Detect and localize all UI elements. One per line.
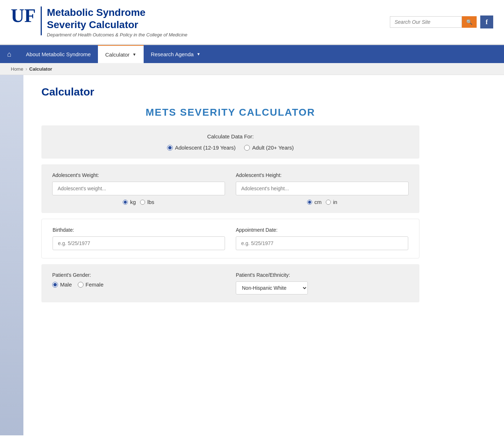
page-heading: Calculator	[41, 86, 419, 98]
in-radio[interactable]	[326, 200, 331, 205]
female-option[interactable]: Female	[78, 281, 104, 288]
birthdate-label: Birthdate:	[53, 227, 225, 233]
adolescent-option[interactable]: Adolescent (12-19 Years)	[167, 145, 235, 151]
header-left: UF Metabolic Syndrome Severity Calculato…	[11, 6, 188, 37]
page-layout: Calculator METS SEVERITY CALCULATOR Calc…	[0, 75, 504, 435]
date-section: Birthdate: Appointment Date:	[41, 219, 419, 258]
logo-divider	[41, 6, 42, 35]
lbs-label: lbs	[147, 199, 154, 205]
lbs-radio[interactable]	[140, 200, 145, 205]
header-title-block: Metabolic Syndrome Severity Calculator D…	[47, 6, 187, 37]
nav-bar: ⌂ About Metabolic Syndrome Calculator ▼ …	[0, 45, 504, 63]
chevron-down-icon-2: ▼	[197, 52, 201, 56]
height-col: Adolescent's Height: cm in	[236, 172, 409, 205]
search-box[interactable]: 🔍	[390, 16, 477, 28]
cm-radio[interactable]	[307, 200, 312, 205]
appointment-label: Appointment Date:	[236, 227, 408, 233]
breadcrumb-separator: ›	[26, 66, 27, 72]
in-label: in	[333, 199, 337, 205]
chevron-down-icon: ▼	[132, 52, 136, 57]
lbs-option[interactable]: lbs	[140, 199, 154, 205]
appointment-input[interactable]	[236, 236, 408, 250]
nav-about-label: About Metabolic Syndrome	[26, 51, 91, 57]
male-radio[interactable]	[52, 282, 58, 288]
race-select[interactable]: Non-Hispanic White Non-Hispanic Black Hi…	[236, 281, 308, 294]
kg-option[interactable]: kg	[123, 199, 136, 205]
weight-height-grid: Adolescent's Weight: kg lbs A	[52, 172, 409, 205]
weight-label: Adolescent's Weight:	[52, 172, 225, 178]
appointment-col: Appointment Date:	[236, 227, 408, 250]
uf-logo: UF Metabolic Syndrome Severity Calculato…	[11, 6, 188, 37]
site-subtitle: Department of Health Outcomes & Policy i…	[47, 32, 187, 37]
nav-calculator-label: Calculator	[105, 52, 130, 58]
height-unit-group: cm in	[236, 199, 409, 205]
site-title: Metabolic Syndrome Severity Calculator	[47, 6, 187, 31]
female-label: Female	[86, 281, 104, 288]
adolescent-radio[interactable]	[167, 145, 173, 151]
facebook-icon[interactable]: f	[480, 15, 493, 28]
calculator-title: METS SEVERITY CALCULATOR	[41, 107, 419, 118]
adult-option[interactable]: Adult (20+ Years)	[244, 145, 294, 151]
gender-race-section: Patient's Gender: Male Female Patient's	[41, 264, 419, 302]
kg-label: kg	[130, 199, 136, 205]
weight-unit-group: kg lbs	[52, 199, 225, 205]
site-header: UF Metabolic Syndrome Severity Calculato…	[0, 0, 504, 45]
nav-calculator[interactable]: Calculator ▼	[98, 45, 143, 63]
weight-input[interactable]	[52, 182, 225, 195]
search-input[interactable]	[390, 16, 462, 28]
gender-race-grid: Patient's Gender: Male Female Patient's	[52, 272, 409, 294]
race-col: Patient's Race/Ethnicity: Non-Hispanic W…	[236, 272, 409, 294]
adolescent-label: Adolescent (12-19 Years)	[175, 145, 235, 151]
breadcrumb: Home › Calculator	[0, 63, 504, 75]
cm-option[interactable]: cm	[307, 199, 321, 205]
adult-label: Adult (20+ Years)	[252, 145, 294, 151]
cm-label: cm	[314, 199, 321, 205]
breadcrumb-home[interactable]: Home	[11, 66, 23, 72]
age-selection-section: Calculate Data For: Adolescent (12-19 Ye…	[41, 125, 419, 159]
gender-label: Patient's Gender:	[52, 272, 225, 278]
birthdate-input[interactable]	[53, 236, 225, 250]
gender-radio-group: Male Female	[52, 281, 225, 288]
female-radio[interactable]	[78, 282, 84, 288]
race-label: Patient's Race/Ethnicity:	[236, 272, 409, 278]
nav-research[interactable]: Research Agenda ▼	[144, 45, 208, 63]
male-option[interactable]: Male	[52, 281, 72, 288]
header-right: 🔍 f	[390, 15, 493, 28]
nav-about[interactable]: About Metabolic Syndrome	[19, 45, 98, 63]
male-label: Male	[60, 281, 72, 288]
nav-research-label: Research Agenda	[151, 51, 194, 57]
nav-home[interactable]: ⌂	[0, 45, 19, 63]
adult-radio[interactable]	[244, 145, 250, 151]
kg-radio[interactable]	[123, 200, 128, 205]
in-option[interactable]: in	[326, 199, 337, 205]
birthdate-col: Birthdate:	[53, 227, 225, 250]
height-label: Adolescent's Height:	[236, 172, 409, 178]
uf-initials: UF	[11, 6, 36, 25]
age-radio-group: Adolescent (12-19 Years) Adult (20+ Year…	[52, 145, 409, 151]
breadcrumb-current: Calculator	[29, 66, 52, 72]
height-input[interactable]	[236, 182, 409, 195]
main-content: Calculator METS SEVERITY CALCULATOR Calc…	[23, 75, 437, 435]
search-button[interactable]: 🔍	[462, 16, 477, 28]
calculate-label: Calculate Data For:	[52, 133, 409, 139]
home-icon: ⌂	[7, 50, 12, 58]
date-grid: Birthdate: Appointment Date:	[53, 227, 408, 250]
weight-col: Adolescent's Weight: kg lbs	[52, 172, 225, 205]
sidebar	[0, 75, 23, 435]
gender-col: Patient's Gender: Male Female	[52, 272, 225, 294]
weight-height-section: Adolescent's Weight: kg lbs A	[41, 164, 419, 213]
